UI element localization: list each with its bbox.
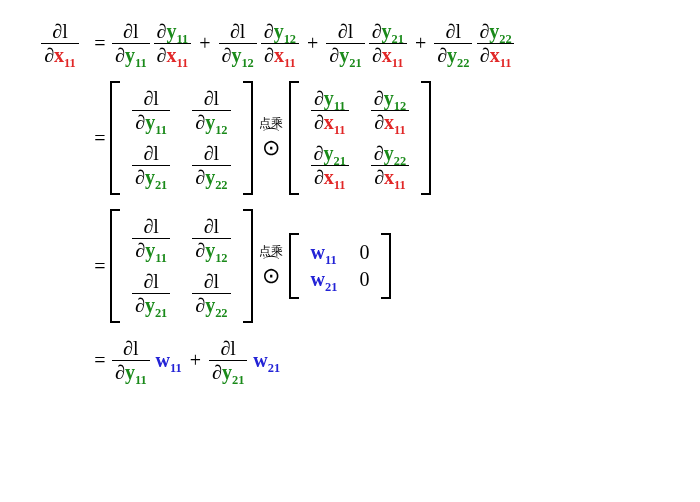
equals-sign: = (90, 32, 110, 55)
w21: w21 (311, 268, 338, 291)
w11: w11 (311, 241, 338, 264)
frac-dy12-dx11: ∂y12 ∂x11 (261, 20, 299, 67)
equals-sign: = (90, 349, 110, 372)
plus: + (199, 32, 210, 55)
rhs-line1: ∂l ∂y11 ∂y11 ∂x11 + ∂l ∂y12 ∂y12 ∂x11 + … (110, 20, 700, 67)
zero: 0 (359, 241, 369, 264)
rhs-line4: ∂l ∂y11 w11 + ∂l ∂y21 w21 (110, 337, 700, 384)
w11: w11 (156, 349, 182, 372)
rhs-line2: ∂l∂y11 ∂l∂y12 ∂l∂y21 ∂l∂y22 点乘 ⏜ ⊙ ∂y11∂… (110, 81, 700, 195)
plus: + (415, 32, 426, 55)
brace-icon: ⏜ (262, 258, 279, 266)
plus: + (190, 349, 201, 372)
rhs-line3: ∂l∂y11 ∂l∂y12 ∂l∂y21 ∂l∂y22 点乘 ⏜ ⊙ w11 0… (110, 209, 700, 323)
hadamard-operator: 点乘 ⏜ ⊙ (259, 245, 283, 288)
frac-dl-dx11: ∂l ∂x11 (41, 20, 79, 67)
frac-dy11-dx11: ∂y11 ∂x11 (154, 20, 192, 67)
plus: + (307, 32, 318, 55)
lhs: ∂l ∂x11 (30, 20, 90, 67)
equals-sign: = (90, 127, 110, 150)
equals-sign: = (90, 255, 110, 278)
hadamard-operator: 点乘 ⏜ ⊙ (259, 117, 283, 160)
frac-dl-dy21-final: ∂l ∂y21 (209, 337, 247, 384)
frac-dy21-dx11: ∂y21 ∂x11 (369, 20, 407, 67)
matrix-w: w11 0 w21 0 (289, 233, 392, 299)
brace-icon: ⏜ (262, 130, 279, 138)
frac-dy22-dx11: ∂y22 ∂x11 (476, 20, 514, 67)
w21: w21 (253, 349, 280, 372)
matrix-dl-dy-line3: ∂l∂y11 ∂l∂y12 ∂l∂y21 ∂l∂y22 (110, 209, 253, 323)
frac-dl-dy12: ∂l ∂y12 (219, 20, 257, 67)
frac-dl-dy11-final: ∂l ∂y11 (112, 337, 150, 384)
frac-dl-dy22: ∂l ∂y22 (434, 20, 472, 67)
odot-icon: ⊙ (262, 265, 280, 287)
zero: 0 (359, 268, 369, 291)
frac-dl-dy21: ∂l ∂y21 (326, 20, 364, 67)
equation-block: ∂l ∂x11 = ∂l ∂y11 ∂y11 ∂x11 + ∂l ∂y12 ∂y… (30, 20, 670, 384)
frac-dl-dy11: ∂l ∂y11 (112, 20, 150, 67)
odot-icon: ⊙ (262, 137, 280, 159)
matrix-dy-dx: ∂y11∂x11 ∂y12∂x11 ∂y21∂x11 ∂y22∂x11 (289, 81, 432, 195)
matrix-dl-dy: ∂l∂y11 ∂l∂y12 ∂l∂y21 ∂l∂y22 (110, 81, 253, 195)
